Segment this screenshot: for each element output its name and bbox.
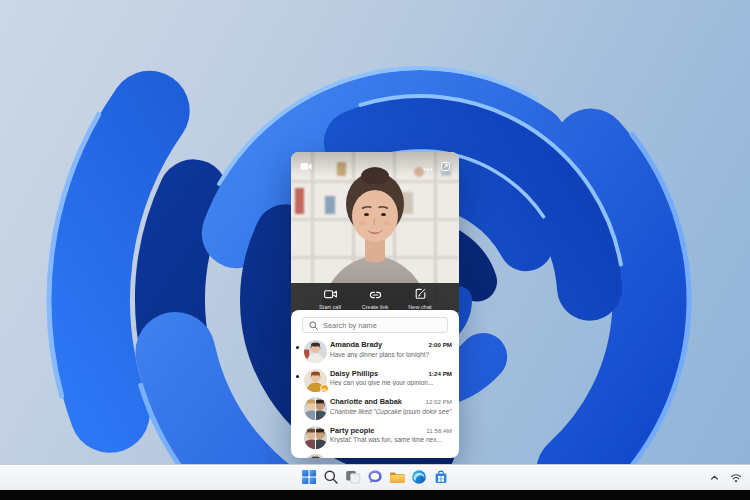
taskbar-search-button[interactable] [322,469,340,487]
new-chat-button[interactable]: New chat [402,287,438,310]
create-link-button[interactable]: Create link [357,287,393,310]
unread-indicator [296,375,299,378]
avatar [304,340,327,363]
desktop: Start callCreate linkNew chat Amanda Bra… [0,0,750,500]
search-icon [309,316,318,334]
conversation-name: Charlotte and Babak [330,397,402,406]
teams-chat-icon [367,469,383,488]
tray-chevron-button[interactable] [705,469,723,487]
avatar [304,369,327,392]
conversation-time: 2:00 PM [429,341,452,348]
windows-start-icon [301,469,317,488]
link-icon [369,287,382,302]
video-preview: Start callCreate linkNew chat [291,152,459,314]
wifi-icon [730,471,742,486]
taskbar-store-button[interactable] [432,469,450,487]
task-view-icon [345,469,361,488]
conversation-name: Party people [330,426,374,435]
conversation-name: Amanda Brady [330,340,382,349]
taskbar-start-button[interactable] [300,469,318,487]
taskbar-file-explorer-button[interactable] [388,469,406,487]
tray-network-button[interactable] [727,469,745,487]
unread-indicator [296,346,299,349]
microsoft-store-icon [433,469,449,488]
pop-out-button[interactable] [441,159,450,174]
new-chat-label: New chat [408,304,431,310]
file-explorer-icon [389,469,405,488]
video-toolbar [291,152,459,176]
taskbar-task-view-button[interactable] [344,469,362,487]
video-camera-icon [300,159,312,174]
taskbar [0,464,750,491]
conversation-time: 12:02 PM [426,398,452,405]
conversation-name: Daisy Phillips [330,369,378,378]
conversation-time: 1:24 PM [429,370,452,377]
start-call-label: Start call [319,304,341,310]
taskbar-edge-button[interactable] [410,469,428,487]
conversation-preview: Hey can you give me your opinion... [330,379,452,386]
screen-bezel [0,490,750,500]
avatar [304,397,327,420]
start-call-button[interactable]: Start call [312,287,348,310]
create-link-label: Create link [362,304,389,310]
edge-icon [411,469,427,488]
conversation-row[interactable]: Amanda Brady2:00 PMHave any dinner plans… [291,337,459,366]
avatar [304,454,327,458]
avatar [304,426,327,449]
meet-camera-icon [324,287,337,302]
conversation-time: 11:58 AM [426,427,452,434]
conversation-preview: Krystal: That was fun, same time nex... [330,436,452,443]
search-input[interactable] [323,321,441,330]
search-icon [323,469,339,488]
more-options-button[interactable] [423,159,433,174]
conversation-row[interactable]: Charlotte and Babak12:02 PMCharlotte lik… [291,394,459,423]
video-camera-button[interactable] [300,159,312,174]
more-options-icon [423,159,433,174]
conversation-row[interactable]: Party people11:58 AMKrystal: That was fu… [291,423,459,452]
pop-out-icon [441,159,450,174]
conversation-preview: Have any dinner plans for tonight? [330,351,452,358]
search-box[interactable] [302,317,448,333]
conversation-list: Amanda Brady2:00 PMHave any dinner plans… [291,337,459,458]
presence-badge-away [320,384,329,393]
conversation-row[interactable] [291,451,459,458]
conversation-row[interactable]: Daisy Phillips1:24 PMHey can you give me… [291,366,459,395]
conversation-preview: Charlotte liked "Cupcake ipsum dolor see… [330,408,452,415]
chat-flyout-window: Start callCreate linkNew chat Amanda Bra… [291,152,459,458]
taskbar-center-icons [300,465,450,491]
taskbar-chat-button[interactable] [366,469,384,487]
chevron-up-icon [709,471,720,486]
chat-list-panel: Amanda Brady2:00 PMHave any dinner plans… [291,310,459,458]
compose-icon [415,287,426,302]
taskbar-system-tray [705,465,745,491]
